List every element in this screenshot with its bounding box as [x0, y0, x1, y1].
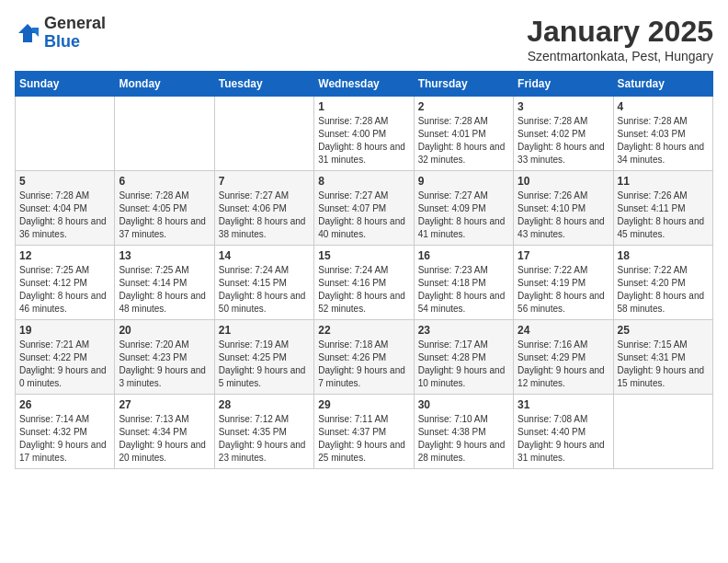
day-number: 24 — [518, 324, 609, 337]
day-info: Sunrise: 7:27 AM Sunset: 4:07 PM Dayligh… — [318, 190, 409, 241]
calendar-cell: 12Sunrise: 7:25 AM Sunset: 4:12 PM Dayli… — [16, 246, 115, 320]
logo-general: General — [44, 15, 106, 33]
day-number: 3 — [518, 100, 609, 113]
day-number: 6 — [119, 175, 210, 188]
day-info: Sunrise: 7:15 AM Sunset: 4:31 PM Dayligh… — [618, 339, 709, 390]
day-info: Sunrise: 7:19 AM Sunset: 4:25 PM Dayligh… — [219, 339, 310, 390]
day-info: Sunrise: 7:28 AM Sunset: 4:04 PM Dayligh… — [19, 190, 110, 241]
day-info: Sunrise: 7:25 AM Sunset: 4:14 PM Dayligh… — [119, 264, 210, 316]
col-header-sunday: Sunday — [16, 72, 115, 97]
day-info: Sunrise: 7:17 AM Sunset: 4:28 PM Dayligh… — [418, 339, 509, 390]
day-number: 29 — [318, 398, 409, 411]
day-number: 18 — [618, 249, 709, 262]
calendar-cell: 21Sunrise: 7:19 AM Sunset: 4:25 PM Dayli… — [214, 320, 313, 395]
calendar-cell: 11Sunrise: 7:26 AM Sunset: 4:11 PM Dayli… — [613, 171, 712, 246]
week-row-5: 26Sunrise: 7:14 AM Sunset: 4:32 PM Dayli… — [16, 395, 713, 469]
day-info: Sunrise: 7:26 AM Sunset: 4:11 PM Dayligh… — [618, 190, 709, 241]
logo-blue: Blue — [44, 33, 106, 52]
calendar-cell: 17Sunrise: 7:22 AM Sunset: 4:19 PM Dayli… — [514, 246, 613, 320]
logo-icon — [15, 20, 40, 46]
col-header-thursday: Thursday — [414, 72, 513, 97]
day-info: Sunrise: 7:10 AM Sunset: 4:38 PM Dayligh… — [418, 413, 509, 465]
day-number: 1 — [318, 100, 409, 113]
day-info: Sunrise: 7:18 AM Sunset: 4:26 PM Dayligh… — [318, 339, 409, 390]
calendar-cell: 28Sunrise: 7:12 AM Sunset: 4:35 PM Dayli… — [214, 395, 313, 469]
month-title: January 2025 — [527, 15, 713, 49]
day-number: 7 — [219, 175, 310, 188]
week-row-2: 5Sunrise: 7:28 AM Sunset: 4:04 PM Daylig… — [16, 171, 713, 246]
day-number: 13 — [119, 249, 210, 262]
day-info: Sunrise: 7:27 AM Sunset: 4:09 PM Dayligh… — [418, 190, 509, 241]
calendar-table: SundayMondayTuesdayWednesdayThursdayFrid… — [15, 71, 713, 469]
logo: General Blue — [15, 15, 106, 52]
location-subtitle: Szentmartonkata, Pest, Hungary — [527, 49, 713, 63]
day-info: Sunrise: 7:28 AM Sunset: 4:00 PM Dayligh… — [318, 115, 409, 167]
day-number: 31 — [518, 398, 609, 411]
day-info: Sunrise: 7:23 AM Sunset: 4:18 PM Dayligh… — [418, 264, 509, 316]
day-info: Sunrise: 7:12 AM Sunset: 4:35 PM Dayligh… — [219, 413, 310, 465]
day-info: Sunrise: 7:20 AM Sunset: 4:23 PM Dayligh… — [119, 339, 210, 390]
calendar-cell: 7Sunrise: 7:27 AM Sunset: 4:06 PM Daylig… — [214, 171, 313, 246]
calendar-cell: 20Sunrise: 7:20 AM Sunset: 4:23 PM Dayli… — [115, 320, 214, 395]
col-header-tuesday: Tuesday — [214, 72, 313, 97]
day-number: 14 — [219, 249, 310, 262]
calendar-cell: 31Sunrise: 7:08 AM Sunset: 4:40 PM Dayli… — [514, 395, 613, 469]
calendar-cell: 10Sunrise: 7:26 AM Sunset: 4:10 PM Dayli… — [514, 171, 613, 246]
day-number: 9 — [418, 175, 509, 188]
day-number: 8 — [318, 175, 409, 188]
calendar-cell: 1Sunrise: 7:28 AM Sunset: 4:00 PM Daylig… — [314, 97, 414, 171]
calendar-cell: 24Sunrise: 7:16 AM Sunset: 4:29 PM Dayli… — [514, 320, 613, 395]
day-info: Sunrise: 7:28 AM Sunset: 4:03 PM Dayligh… — [618, 115, 709, 167]
calendar-cell: 13Sunrise: 7:25 AM Sunset: 4:14 PM Dayli… — [115, 246, 214, 320]
col-header-wednesday: Wednesday — [314, 72, 414, 97]
day-number: 26 — [19, 398, 110, 411]
week-row-3: 12Sunrise: 7:25 AM Sunset: 4:12 PM Dayli… — [16, 246, 713, 320]
day-info: Sunrise: 7:25 AM Sunset: 4:12 PM Dayligh… — [19, 264, 110, 316]
calendar-cell: 19Sunrise: 7:21 AM Sunset: 4:22 PM Dayli… — [16, 320, 115, 395]
day-number: 20 — [119, 324, 210, 337]
day-info: Sunrise: 7:28 AM Sunset: 4:05 PM Dayligh… — [119, 190, 210, 241]
calendar-header-row: SundayMondayTuesdayWednesdayThursdayFrid… — [16, 72, 713, 97]
day-info: Sunrise: 7:28 AM Sunset: 4:01 PM Dayligh… — [418, 115, 509, 167]
calendar-cell: 6Sunrise: 7:28 AM Sunset: 4:05 PM Daylig… — [115, 171, 214, 246]
calendar-cell: 5Sunrise: 7:28 AM Sunset: 4:04 PM Daylig… — [16, 171, 115, 246]
calendar-cell: 2Sunrise: 7:28 AM Sunset: 4:01 PM Daylig… — [414, 97, 513, 171]
day-number: 12 — [19, 249, 110, 262]
day-number: 30 — [418, 398, 509, 411]
calendar-cell: 8Sunrise: 7:27 AM Sunset: 4:07 PM Daylig… — [314, 171, 414, 246]
day-number: 25 — [618, 324, 709, 337]
calendar-cell — [115, 97, 214, 171]
day-number: 2 — [418, 100, 509, 113]
calendar-cell: 30Sunrise: 7:10 AM Sunset: 4:38 PM Dayli… — [414, 395, 513, 469]
day-info: Sunrise: 7:13 AM Sunset: 4:34 PM Dayligh… — [119, 413, 210, 465]
calendar-cell: 23Sunrise: 7:17 AM Sunset: 4:28 PM Dayli… — [414, 320, 513, 395]
calendar-cell: 27Sunrise: 7:13 AM Sunset: 4:34 PM Dayli… — [115, 395, 214, 469]
calendar-cell: 18Sunrise: 7:22 AM Sunset: 4:20 PM Dayli… — [613, 246, 712, 320]
day-number: 27 — [119, 398, 210, 411]
day-info: Sunrise: 7:22 AM Sunset: 4:20 PM Dayligh… — [618, 264, 709, 316]
day-info: Sunrise: 7:08 AM Sunset: 4:40 PM Dayligh… — [518, 413, 609, 465]
calendar-cell: 15Sunrise: 7:24 AM Sunset: 4:16 PM Dayli… — [314, 246, 414, 320]
day-number: 19 — [19, 324, 110, 337]
calendar-cell: 26Sunrise: 7:14 AM Sunset: 4:32 PM Dayli… — [16, 395, 115, 469]
calendar-cell: 9Sunrise: 7:27 AM Sunset: 4:09 PM Daylig… — [414, 171, 513, 246]
day-number: 28 — [219, 398, 310, 411]
calendar-cell — [16, 97, 115, 171]
title-block: January 2025 Szentmartonkata, Pest, Hung… — [527, 15, 713, 63]
day-number: 22 — [318, 324, 409, 337]
day-info: Sunrise: 7:27 AM Sunset: 4:06 PM Dayligh… — [219, 190, 310, 241]
week-row-1: 1Sunrise: 7:28 AM Sunset: 4:00 PM Daylig… — [16, 97, 713, 171]
calendar-cell: 14Sunrise: 7:24 AM Sunset: 4:15 PM Dayli… — [214, 246, 313, 320]
day-info: Sunrise: 7:22 AM Sunset: 4:19 PM Dayligh… — [518, 264, 609, 316]
col-header-monday: Monday — [115, 72, 214, 97]
day-number: 17 — [518, 249, 609, 262]
day-number: 5 — [19, 175, 110, 188]
calendar-cell — [214, 97, 313, 171]
col-header-saturday: Saturday — [613, 72, 712, 97]
calendar-cell: 4Sunrise: 7:28 AM Sunset: 4:03 PM Daylig… — [613, 97, 712, 171]
calendar-cell: 22Sunrise: 7:18 AM Sunset: 4:26 PM Dayli… — [314, 320, 414, 395]
day-info: Sunrise: 7:24 AM Sunset: 4:15 PM Dayligh… — [219, 264, 310, 316]
page-header: General Blue January 2025 Szentmartonkat… — [15, 15, 713, 63]
day-number: 21 — [219, 324, 310, 337]
week-row-4: 19Sunrise: 7:21 AM Sunset: 4:22 PM Dayli… — [16, 320, 713, 395]
